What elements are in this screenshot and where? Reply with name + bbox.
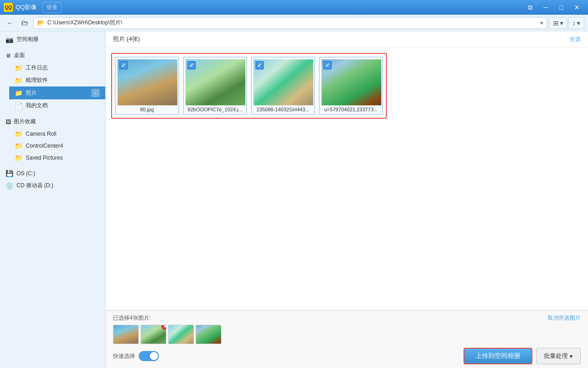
folder-icon-cc4: 📁 <box>15 142 23 150</box>
main-layout: 📷 空间相册 🖥 桌面 📁 工作日志 📁 梳理软件 📁 <box>0 31 588 368</box>
batch-process-button[interactable]: 批量处理 ▾ <box>536 348 581 364</box>
toolbar: ← 🗁 📂 C:\Users\XZWH\Desktop\照片\ ▾ ⊞ ▾ ↕ … <box>0 15 588 31</box>
desktop-icon: 🖥 <box>6 52 11 59</box>
address-text: C:\Users\XZWH\Desktop\照片\ <box>47 19 122 27</box>
sidebar-item-desktop[interactable]: 🖥 桌面 <box>0 49 105 62</box>
sidebar-label-desktop: 桌面 <box>14 52 25 59</box>
photo-item-1[interactable]: ✓ 80.jpg <box>115 57 179 115</box>
sidebar-label-my-docs: 我的文档 <box>26 102 48 109</box>
sidebar-label-photos: 照片 <box>26 89 37 97</box>
app-title: QQ影像 <box>16 3 37 12</box>
sidebar-label-control-center4: ControlCenter4 <box>26 143 63 149</box>
upload-badge: ↑ <box>91 89 100 97</box>
bottom-panel: 已选择4张图片: 取消所选图片 ✕ <box>106 310 588 368</box>
sidebar-item-control-center4[interactable]: 📁 ControlCenter4 <box>9 140 105 152</box>
view-button[interactable]: ⊞ ▾ <box>549 17 567 29</box>
window-controls: ⧉ ─ □ ✕ <box>523 2 584 13</box>
cancel-selection-button[interactable]: 取消所选图片 <box>548 314 581 322</box>
sidebar-section-collection: 🖼 图片收藏 📁 Camera Roll 📁 ControlCenter4 📁 … <box>0 114 105 166</box>
preview-thumb-1[interactable] <box>113 325 139 344</box>
bottom-actions: 快速选择 上传到空间相册 批量处理 ▾ <box>113 348 581 364</box>
action-buttons: 上传到空间相册 批量处理 ▾ <box>464 348 581 364</box>
sidebar-section-drives: 💾 OS (C:) 💿 CD 驱动器 (D:) <box>0 166 105 194</box>
upload-label: 上传到空间相册 <box>475 352 520 360</box>
photo-label-3: 235088-14032GH443... <box>254 105 312 113</box>
sidebar-label-saved-pictures: Saved Pictures <box>26 155 63 161</box>
sort-dropdown-icon: ▾ <box>577 19 580 27</box>
bottom-info: 已选择4张图片: 取消所选图片 <box>113 314 581 322</box>
sidebar-item-work-log[interactable]: 📁 工作日志 <box>9 62 105 74</box>
photo-label-4: u=579704021,233773... <box>322 105 380 113</box>
sidebar-item-my-docs[interactable]: 📄 我的文档 <box>9 99 105 112</box>
folder-icon-organize: 📁 <box>15 77 23 84</box>
content-area: 照片 (4张) 全选 ✓ 80.jpg ✓ <box>106 31 588 368</box>
sidebar-label-os-c: OS (C:) <box>17 170 35 177</box>
upload-button[interactable]: 上传到空间相册 <box>464 348 532 364</box>
quick-select-label: 快速选择 <box>113 352 135 360</box>
preview-row: ✕ <box>113 325 581 344</box>
folder-icon-saved: 📁 <box>15 154 23 161</box>
address-icon: 📂 <box>37 19 45 26</box>
quick-select-row: 快速选择 <box>113 351 159 361</box>
photo-item-4[interactable]: ✓ u=579704021,233773... <box>319 57 383 115</box>
batch-dropdown-icon: ▾ <box>570 353 573 360</box>
titlebar: QQ QQ影像 登录 ⧉ ─ □ ✕ <box>0 0 588 15</box>
photo-checkbox-2[interactable]: ✓ <box>187 61 196 69</box>
quick-select-toggle[interactable] <box>139 351 159 361</box>
drive-icon-d: 💿 <box>6 182 14 190</box>
folder-button[interactable]: 🗁 <box>18 17 31 29</box>
batch-label: 批量处理 <box>544 352 568 360</box>
sort-button[interactable]: ↕ ▾ <box>568 17 584 29</box>
view-dropdown-icon: ▾ <box>560 19 563 27</box>
folder-icon-photos: 📁 <box>15 89 23 97</box>
space-album-icon: 📷 <box>6 36 14 43</box>
sidebar-sub-collection: 📁 Camera Roll 📁 ControlCenter4 📁 Saved P… <box>0 128 105 164</box>
back-button[interactable]: ← <box>4 17 17 29</box>
preview-thumb-4[interactable] <box>196 325 221 344</box>
app-icon: QQ <box>4 3 13 12</box>
sidebar-item-os-c[interactable]: 💾 OS (C:) <box>0 167 105 179</box>
folder-icon: 🗁 <box>21 19 28 27</box>
sidebar-label-camera-roll: Camera Roll <box>26 131 57 137</box>
select-all-button[interactable]: 全选 <box>570 35 581 43</box>
photo-checkbox-4[interactable]: ✓ <box>323 61 332 69</box>
address-dropdown-icon[interactable]: ▾ <box>540 20 543 26</box>
content-title: 照片 (4张) <box>113 35 140 43</box>
sidebar-item-space-album[interactable]: 📷 空间相册 <box>0 33 105 46</box>
grid-area: ✓ 80.jpg ✓ 92bOOOPIC7e_1024.j... ✓ <box>106 47 588 310</box>
selection-count: 已选择4张图片: <box>113 314 151 322</box>
photo-checkbox-1[interactable]: ✓ <box>119 61 128 69</box>
toolbar-right-buttons: ⊞ ▾ ↕ ▾ <box>549 17 584 29</box>
photo-item-3[interactable]: ✓ 235088-14032GH443... <box>251 57 315 115</box>
view-icon: ⊞ <box>553 19 559 27</box>
sidebar-item-saved-pictures[interactable]: 📁 Saved Pictures <box>9 152 105 164</box>
folder-icon-camera: 📁 <box>15 130 23 138</box>
preview-thumb-2[interactable]: ✕ <box>141 325 166 344</box>
sidebar-item-cd-d[interactable]: 💿 CD 驱动器 (D:) <box>0 179 105 192</box>
folder-icon-worklog: 📁 <box>15 64 23 72</box>
restore-button[interactable]: □ <box>554 2 569 13</box>
sidebar-label-organize: 梳理软件 <box>26 76 48 84</box>
sidebar-item-camera-roll[interactable]: 📁 Camera Roll <box>9 128 105 140</box>
photo-checkbox-3[interactable]: ✓ <box>255 61 264 69</box>
photo-label-1: 80.jpg <box>118 105 176 113</box>
sidebar-item-collection[interactable]: 🖼 图片收藏 <box>0 115 105 128</box>
address-bar[interactable]: 📂 C:\Users\XZWH\Desktop\照片\ ▾ <box>33 17 547 29</box>
close-button[interactable]: ✕ <box>570 2 584 13</box>
sidebar-label-worklog: 工作日志 <box>26 64 48 72</box>
content-header: 照片 (4张) 全选 <box>106 31 588 47</box>
sidebar-item-photos[interactable]: 📁 照片 ↑ <box>9 86 105 99</box>
sidebar-item-organize[interactable]: 📁 梳理软件 <box>9 74 105 86</box>
photo-label-2: 92bOOOPIC7e_1024.j... <box>186 105 244 113</box>
preview-thumb-3[interactable] <box>168 325 194 344</box>
photo-item-2[interactable]: ✓ 92bOOOPIC7e_1024.j... <box>183 57 247 115</box>
selection-box: ✓ 80.jpg ✓ 92bOOOPIC7e_1024.j... ✓ <box>111 53 387 119</box>
minimize-button[interactable]: ─ <box>538 2 553 13</box>
sidebar-section-desktop: 🖥 桌面 📁 工作日志 📁 梳理软件 📁 照片 ↑ 📄 <box>0 47 105 114</box>
drive-icon-c: 💾 <box>6 170 14 177</box>
sidebar-label-collection: 图片收藏 <box>14 118 36 126</box>
sidebar-label-cd-d: CD 驱动器 (D:) <box>17 182 53 190</box>
login-button[interactable]: 登录 <box>42 2 62 13</box>
sidebar-section-space: 📷 空间相册 <box>0 31 105 47</box>
pip-button[interactable]: ⧉ <box>523 2 537 13</box>
